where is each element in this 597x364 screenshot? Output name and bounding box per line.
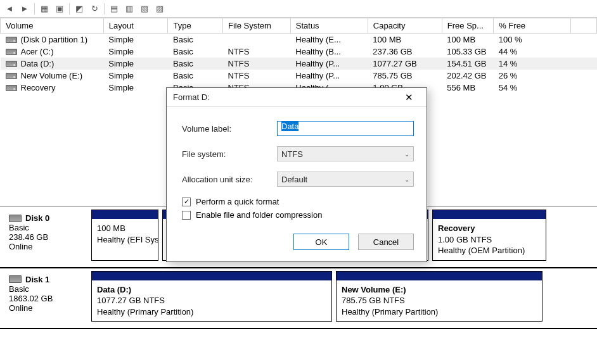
table-row[interactable]: Acer (C:)SimpleBasicNTFSHealthy (B...237… [1, 46, 597, 58]
toolbar-icon[interactable]: ▥ [122, 2, 136, 16]
partition[interactable]: New Volume (E:)785.75 GB NTFSHealthy (Pr… [336, 271, 542, 322]
column-header[interactable]: Volume [1, 18, 104, 34]
cancel-button[interactable]: Cancel [358, 234, 414, 250]
column-header[interactable]: Free Sp... [442, 18, 493, 34]
volume-label-label: Volume label: [182, 124, 277, 134]
partition[interactable]: Data (D:)1077.27 GB NTFSHealthy (Primary… [91, 271, 332, 322]
dialog-title: Format D: [173, 92, 397, 102]
disk-icon [6, 49, 17, 55]
toolbar-icon[interactable]: ◩ [72, 2, 86, 16]
close-icon[interactable]: ✕ [397, 90, 420, 105]
volume-label-input[interactable]: Data [277, 121, 414, 136]
table-row[interactable]: Data (D:)SimpleBasicNTFSHealthy (P...107… [1, 58, 597, 70]
allocation-unit-label: Allocation unit size: [182, 175, 277, 184]
toolbar: ◄ ► ▦ ▣ ◩ ↻ ▤ ▥ ▧ ▨ [0, 0, 597, 18]
column-header[interactable]: Layout [103, 18, 168, 34]
chevron-down-icon: ⌄ [404, 176, 409, 183]
toolbar-icon[interactable]: ▦ [37, 2, 51, 16]
refresh-icon[interactable]: ↻ [87, 2, 101, 16]
toolbar-icon[interactable]: ▨ [153, 2, 167, 16]
column-header[interactable]: File System [222, 18, 290, 34]
disk-block: Disk 1Basic1863.02 GBOnlineData (D:)1077… [0, 268, 597, 330]
file-system-label: File system: [182, 149, 277, 159]
ok-button[interactable]: OK [293, 234, 349, 250]
column-header[interactable]: Capacity [368, 18, 442, 34]
disk-icon [6, 61, 17, 67]
disk-name: Disk 1 [9, 275, 84, 284]
disk-name: Disk 0 [9, 213, 84, 223]
forward-icon[interactable]: ► [18, 2, 32, 16]
column-header[interactable]: Status [290, 18, 368, 34]
allocation-unit-select[interactable]: Default⌄ [277, 172, 414, 187]
chevron-down-icon: ⌄ [404, 151, 409, 158]
compression-checkbox[interactable]: Enable file and folder compression [182, 210, 414, 220]
toolbar-icon[interactable]: ▣ [53, 2, 67, 16]
back-icon[interactable]: ◄ [3, 2, 16, 16]
format-dialog: Format D: ✕ Volume label: Data File syst… [166, 87, 427, 262]
disk-icon [6, 73, 17, 79]
column-header[interactable]: Type [168, 18, 222, 34]
partition[interactable]: 100 MBHealthy (EFI Syst [91, 210, 158, 261]
disk-icon [6, 85, 17, 91]
table-row[interactable]: New Volume (E:)SimpleBasicNTFSHealthy (P… [1, 70, 597, 82]
file-system-select[interactable]: NTFS⌄ [277, 146, 414, 161]
column-header[interactable]: % Free [494, 18, 571, 34]
toolbar-icon[interactable]: ▤ [107, 2, 121, 16]
toolbar-icon[interactable]: ▧ [138, 2, 151, 16]
quick-format-checkbox[interactable]: ✓Perform a quick format [182, 197, 414, 206]
partition[interactable]: Recovery1.00 GB NTFSHealthy (OEM Partiti… [432, 210, 546, 261]
disk-icon [6, 37, 17, 43]
table-row[interactable]: (Disk 0 partition 1)SimpleBasicHealthy (… [1, 34, 597, 46]
